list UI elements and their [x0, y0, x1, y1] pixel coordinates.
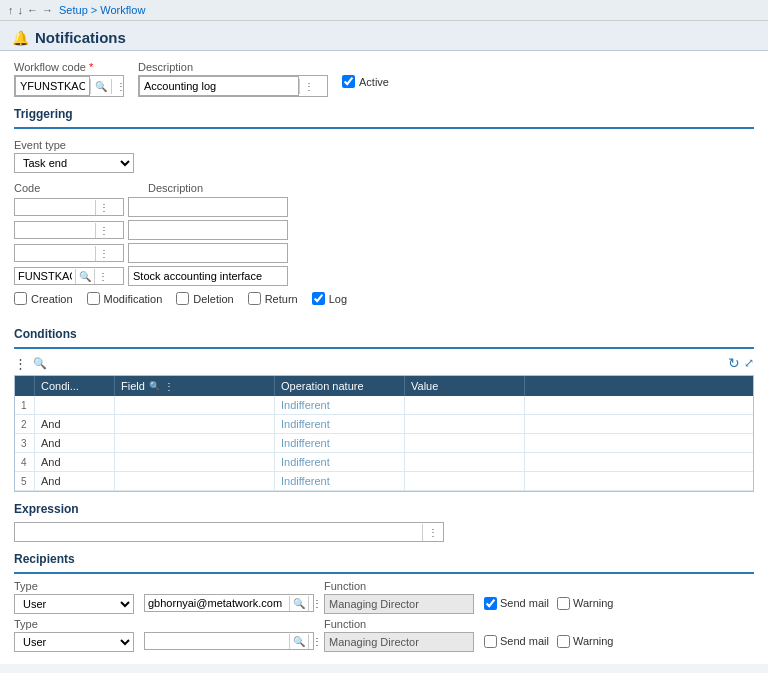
- row-num-5: 5: [15, 472, 35, 490]
- table-row: 2 And Indifferent: [15, 415, 753, 434]
- description-dots-icon[interactable]: ⋮: [299, 79, 318, 94]
- col-header-condition: Condi...: [35, 376, 115, 396]
- breadcrumb: Setup > Workflow: [59, 4, 145, 16]
- field-5: [115, 472, 275, 490]
- value-3: [405, 434, 525, 452]
- code-input-1[interactable]: [15, 199, 95, 215]
- code-dots-4[interactable]: ⋮: [94, 269, 111, 284]
- event-type-row: Event type Task end Task start Manual: [14, 139, 754, 173]
- send-mail-checkbox-1[interactable]: [484, 597, 497, 610]
- code-input-2[interactable]: [15, 222, 95, 238]
- triggering-section-title: Triggering: [14, 107, 754, 121]
- recipient-email-spacer-2: [144, 618, 314, 630]
- breadcrumb-setup[interactable]: Setup: [59, 4, 88, 16]
- recipient-email-group-2: 🔍 ⋮: [144, 618, 314, 652]
- email-input-2-wrap: 🔍 ⋮: [144, 632, 314, 650]
- code-header: Code: [14, 182, 40, 194]
- deletion-checkbox-group: Deletion: [176, 292, 233, 305]
- active-checkbox[interactable]: [342, 75, 355, 88]
- operation-2: Indifferent: [275, 415, 405, 433]
- creation-checkbox[interactable]: [14, 292, 27, 305]
- desc-input-2[interactable]: [128, 220, 288, 240]
- conditions-expand-icon[interactable]: ⤢: [744, 356, 754, 370]
- value-5: [405, 472, 525, 490]
- warning-label-2: Warning: [573, 635, 614, 647]
- warning-checkbox-1[interactable]: [557, 597, 570, 610]
- send-mail-checkbox-2[interactable]: [484, 635, 497, 648]
- recipient-type-select-1[interactable]: User: [14, 594, 134, 614]
- table-row: 5 And Indifferent: [15, 472, 753, 491]
- trigger-checkboxes-row: Creation Modification Deletion Return Lo…: [14, 292, 754, 305]
- code-search-4[interactable]: 🔍: [75, 269, 94, 284]
- nav-arrows[interactable]: ↑ ↓ ← →: [8, 4, 53, 16]
- description-input-wrap: ⋮: [138, 75, 328, 97]
- email-search-1[interactable]: 🔍: [289, 596, 308, 611]
- log-checkbox[interactable]: [312, 292, 325, 305]
- recipient-checkboxes-1: Send mail Warning: [484, 592, 613, 614]
- workflow-code-label: Workflow code *: [14, 61, 124, 73]
- code-desc-header-row: Code Description: [14, 181, 754, 195]
- modification-checkbox-group: Modification: [87, 292, 163, 305]
- recipient-type-label-2: Type: [14, 618, 134, 630]
- message-section-title: Message: [14, 662, 754, 664]
- code-input-4[interactable]: [15, 268, 75, 284]
- desc-input-1[interactable]: [128, 197, 288, 217]
- expression-section-title: Expression: [14, 502, 754, 516]
- conditions-section-title: Conditions: [14, 327, 754, 341]
- row-num-2: 2: [15, 415, 35, 433]
- return-checkbox[interactable]: [248, 292, 261, 305]
- email-dots-1[interactable]: ⋮: [308, 596, 325, 611]
- email-search-2[interactable]: 🔍: [289, 634, 308, 649]
- field-dots-icon[interactable]: ⋮: [164, 381, 174, 392]
- conditions-search-icon[interactable]: 🔍: [33, 357, 47, 370]
- recipients-divider: [14, 572, 754, 574]
- nav-forward-icon[interactable]: →: [42, 4, 53, 16]
- row-num-1: 1: [15, 396, 35, 414]
- deletion-checkbox[interactable]: [176, 292, 189, 305]
- workflow-code-input[interactable]: [15, 76, 90, 96]
- modification-checkbox[interactable]: [87, 292, 100, 305]
- email-input-2[interactable]: [145, 633, 289, 649]
- send-mail-label-2: Send mail: [500, 635, 549, 647]
- expression-dots-icon[interactable]: ⋮: [422, 524, 443, 541]
- code-input-3[interactable]: [15, 245, 95, 261]
- send-mail-label-1: Send mail: [500, 597, 549, 609]
- email-input-1[interactable]: [145, 595, 289, 611]
- page-title-bar: 🔔 Notifications: [0, 21, 768, 50]
- recipient-function-group-1: Function: [324, 580, 474, 614]
- send-mail-group-1: Send mail: [484, 597, 549, 610]
- expression-section: Expression ⋮: [14, 502, 754, 542]
- required-marker: *: [89, 61, 93, 73]
- email-dots-2[interactable]: ⋮: [308, 634, 325, 649]
- conditions-header-left: ⋮ 🔍: [14, 356, 47, 371]
- desc-input-3[interactable]: [128, 243, 288, 263]
- nav-up-icon[interactable]: ↑: [8, 4, 14, 16]
- workflow-code-dots-icon[interactable]: ⋮: [111, 79, 130, 94]
- conditions-refresh-icon[interactable]: ↻: [728, 355, 740, 371]
- triggering-divider: [14, 127, 754, 129]
- operation-1: Indifferent: [275, 396, 405, 414]
- warning-checkbox-2[interactable]: [557, 635, 570, 648]
- code-dots-3[interactable]: ⋮: [95, 246, 112, 261]
- conditions-header-right: ↻ ⤢: [728, 355, 754, 371]
- desc-input-4[interactable]: [128, 266, 288, 286]
- main-content: Workflow code * 🔍 ⋮ Description ⋮ Active…: [0, 51, 768, 664]
- email-input-1-wrap: 🔍 ⋮: [144, 594, 314, 612]
- event-type-select[interactable]: Task end Task start Manual: [14, 153, 134, 173]
- field-3: [115, 434, 275, 452]
- description-label: Description: [138, 61, 328, 73]
- nav-down-icon[interactable]: ↓: [18, 4, 24, 16]
- description-input[interactable]: [139, 76, 299, 96]
- workflow-code-search-icon[interactable]: 🔍: [90, 79, 111, 94]
- conditions-dots-icon[interactable]: ⋮: [14, 356, 27, 371]
- recipient-type-select-2[interactable]: User: [14, 632, 134, 652]
- expression-input[interactable]: [15, 523, 422, 541]
- breadcrumb-workflow[interactable]: Workflow: [100, 4, 145, 16]
- field-search-icon[interactable]: 🔍: [149, 381, 160, 391]
- desc-header: Description: [148, 182, 203, 194]
- code-dots-1[interactable]: ⋮: [95, 200, 112, 215]
- code-dots-2[interactable]: ⋮: [95, 223, 112, 238]
- page-title-text: Notifications: [35, 29, 126, 46]
- nav-back-icon[interactable]: ←: [27, 4, 38, 16]
- operation-3: Indifferent: [275, 434, 405, 452]
